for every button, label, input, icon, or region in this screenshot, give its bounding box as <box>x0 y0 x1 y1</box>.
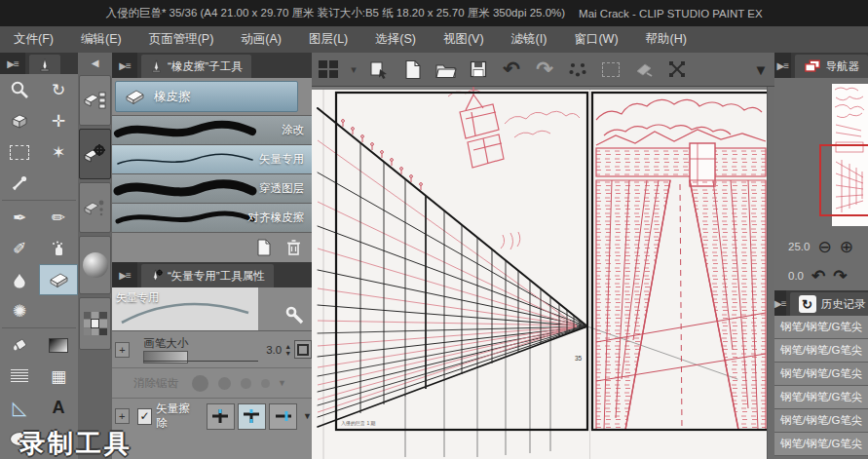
new-subtool-icon[interactable] <box>256 239 272 256</box>
canvas-viewport[interactable]: 入侵的巨兽 1 期 35 <box>312 87 774 459</box>
toolprop-panel-menu-button[interactable]: ▶≡ <box>112 262 137 287</box>
history-entry[interactable]: 钢笔/钢笔/G笔尖 <box>774 363 868 386</box>
rotate-left-button[interactable]: ↶ <box>811 266 825 287</box>
pen-tool[interactable]: ✒ <box>0 202 39 233</box>
dock-collapse-button[interactable]: ◀ <box>78 53 112 72</box>
menu-window[interactable]: 窗口(W) <box>560 26 631 53</box>
delete-subtool-icon[interactable] <box>285 239 302 256</box>
menu-layer[interactable]: 图层(L) <box>295 26 361 53</box>
color-wheel-panel-button[interactable] <box>79 236 111 294</box>
menu-filter[interactable]: 滤镜(I) <box>498 26 561 53</box>
subtool-item-vector[interactable]: 矢量专用 <box>112 145 312 174</box>
toolprop-panel-tab[interactable]: “矢量专用”工具属性 <box>141 264 274 287</box>
layout-grid-button[interactable] <box>312 56 345 83</box>
menu-help[interactable]: 帮助(H) <box>632 26 700 53</box>
tool-palette-tab[interactable] <box>29 55 60 74</box>
pencil-tool[interactable]: ✏ <box>39 202 78 233</box>
vector-erase-whole-line-button[interactable] <box>269 403 297 430</box>
brush-size-slider[interactable] <box>143 351 258 363</box>
history-entry[interactable]: 钢笔/钢笔/G笔尖 <box>774 433 868 456</box>
antialias-middle-icon[interactable] <box>241 378 251 389</box>
antialias-none-icon[interactable] <box>192 375 208 392</box>
navigator-panel-menu-button[interactable]: ▶≡ <box>774 53 791 78</box>
history-entry[interactable]: 钢笔/钢笔/G笔尖 <box>774 339 868 363</box>
figure-tool[interactable] <box>0 361 39 392</box>
brush-size-dynamics-button[interactable] <box>294 340 312 359</box>
menu-page-manage[interactable]: 页面管理(P) <box>135 26 228 53</box>
material-button[interactable] <box>627 56 660 83</box>
history-entry[interactable]: 钢笔/钢笔/G笔尖 <box>774 316 868 339</box>
text-tool[interactable]: A <box>39 392 78 423</box>
history-entry[interactable]: 钢笔/钢笔/G笔尖 <box>774 409 868 433</box>
color-set-panel-button[interactable] <box>79 297 111 350</box>
eyedropper-tool[interactable] <box>0 168 39 199</box>
tool-empty-2 <box>39 295 78 326</box>
subtool-group-tab-eraser[interactable]: 橡皮擦 <box>115 81 298 112</box>
open-file-button[interactable] <box>429 56 462 83</box>
brush-size-spinner[interactable]: ▲▼ <box>284 343 291 357</box>
menu-select[interactable]: 选择(S) <box>361 26 430 53</box>
page-manager-button[interactable] <box>362 56 396 83</box>
subtool-panel-tab[interactable]: “橡皮擦”子工具 <box>141 55 251 78</box>
menu-animation[interactable]: 动画(A) <box>227 26 295 53</box>
antialias-weak-icon[interactable] <box>218 377 231 390</box>
rotate-canvas-tool[interactable]: ↻ <box>39 74 78 105</box>
vector-erase-dropdown-icon[interactable]: ▼ <box>303 411 312 421</box>
magnifier-icon <box>10 80 29 99</box>
frame-border-tool[interactable]: ▦ <box>39 361 78 392</box>
fill-tool[interactable] <box>0 329 39 361</box>
save-button[interactable] <box>462 56 495 83</box>
vector-erase-touched-button[interactable] <box>207 403 235 430</box>
subtool-panel-button[interactable] <box>79 75 111 126</box>
undo-button[interactable]: ↶ <box>495 56 528 83</box>
brush-size-panel-button[interactable] <box>79 182 111 233</box>
layout-dropdown[interactable]: ▾ <box>345 56 362 83</box>
subtool-item-through-layers[interactable]: 穿透图层 <box>112 174 312 204</box>
vector-erase-intersection-button[interactable] <box>238 403 266 430</box>
antialias-strong-icon[interactable] <box>261 379 270 388</box>
snap-frame-button[interactable] <box>594 56 627 83</box>
toolbar-more-button[interactable]: ▼ <box>747 56 774 83</box>
transform-button[interactable] <box>660 56 694 83</box>
vector-erase-row: + ✓ 矢量擦除 <box>112 399 312 434</box>
zoom-tool[interactable] <box>0 74 39 105</box>
wrench-icon[interactable] <box>284 305 306 326</box>
tool-property-panel-button[interactable] <box>79 129 111 179</box>
history-entry[interactable]: 钢笔/钢笔/G笔尖 <box>774 386 868 409</box>
menu-view[interactable]: 视图(V) <box>430 26 498 53</box>
brush-tool[interactable]: ✐ <box>0 233 39 264</box>
vector-erase-checkbox[interactable]: ✓ <box>137 408 153 425</box>
antialias-dropdown-icon[interactable]: ▼ <box>278 378 286 388</box>
subtool-item-snap-eraser[interactable]: 对齐橡皮擦 <box>112 204 312 233</box>
brush-size-expand[interactable]: + <box>115 342 130 358</box>
decoration-tool[interactable]: ✺ <box>0 295 39 326</box>
vector-erase-expand[interactable]: + <box>115 408 130 424</box>
history-panel-tab[interactable]: ↻ 历史记录 <box>790 292 868 316</box>
menu-edit[interactable]: 编辑(E) <box>67 26 135 53</box>
operation-tool[interactable] <box>0 105 39 136</box>
navigator-panel-tab[interactable]: 导航器 <box>795 55 868 78</box>
canvas-vertical-scrollbar[interactable] <box>767 87 774 459</box>
airbrush-tool[interactable] <box>39 233 78 264</box>
blend-tool[interactable] <box>0 264 39 295</box>
subtool-panel-menu-button[interactable]: ▶≡ <box>112 53 137 78</box>
history-title: 历史记录 <box>821 297 866 312</box>
redo-button[interactable]: ↷ <box>528 56 561 83</box>
zoom-in-button[interactable]: ⊕ <box>840 237 853 257</box>
eraser-tool[interactable] <box>39 264 78 295</box>
navigator-body[interactable] <box>774 78 868 232</box>
new-file-button[interactable] <box>396 56 429 83</box>
subtool-item-smudge[interactable]: 涂改 <box>112 116 312 145</box>
snap-dots-button[interactable] <box>561 56 594 83</box>
zoom-out-button[interactable]: ⊖ <box>817 237 831 257</box>
navigator-view-rectangle[interactable] <box>819 144 868 216</box>
move-tool[interactable]: ✛ <box>39 105 78 136</box>
menu-file[interactable]: 文件(F) <box>0 26 67 53</box>
ruler-tool[interactable]: ◺ <box>0 392 39 423</box>
auto-select-tool[interactable]: ✶ <box>39 136 78 168</box>
gradient-tool[interactable] <box>39 329 78 361</box>
rotate-right-button[interactable]: ↷ <box>833 266 847 287</box>
history-panel-menu-button[interactable]: ▶≡ <box>774 290 786 316</box>
panel-menu-button[interactable]: ▶≡ <box>0 53 25 74</box>
selection-tool[interactable] <box>0 136 39 168</box>
